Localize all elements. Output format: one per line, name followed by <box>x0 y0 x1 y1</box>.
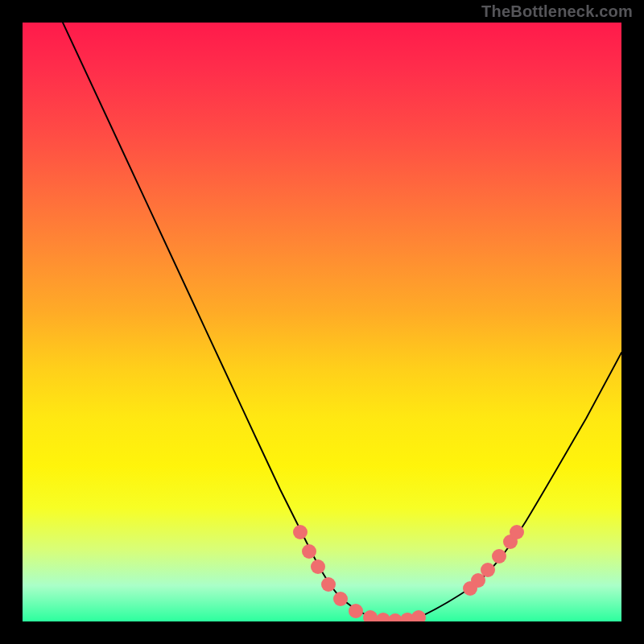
curve-layer <box>23 23 621 621</box>
marker-dot <box>363 610 378 621</box>
marker-dots <box>293 525 524 621</box>
chart-stage: TheBottleneck.com <box>0 0 644 644</box>
marker-dot <box>510 525 524 539</box>
marker-dot <box>321 577 336 592</box>
marker-dot <box>311 559 325 574</box>
marker-dot <box>349 604 363 618</box>
marker-dot <box>492 549 506 564</box>
marker-dot <box>411 610 426 621</box>
bottleneck-curve <box>63 23 621 621</box>
marker-dot <box>333 592 348 606</box>
plot-area <box>23 23 621 621</box>
marker-dot <box>481 563 495 577</box>
watermark-text: TheBottleneck.com <box>481 2 633 21</box>
marker-dot <box>302 544 316 559</box>
marker-dot <box>293 525 308 539</box>
